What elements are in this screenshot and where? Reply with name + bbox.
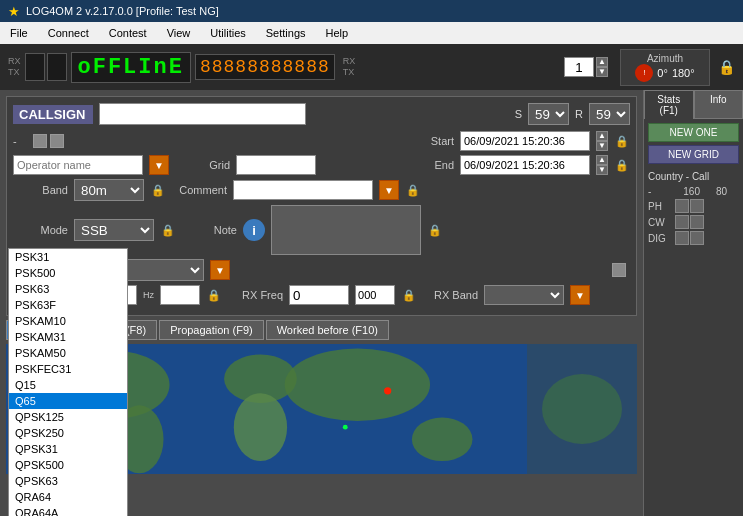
stats-cw-row: CW [648,215,739,229]
menu-file[interactable]: File [0,25,38,41]
comment-orange-btn[interactable]: ▼ [379,180,399,200]
rst-r-select[interactable]: 595857 [589,103,630,125]
right-panel-tabs: Stats (F1) Info [644,90,743,119]
menu-help[interactable]: Help [316,25,359,41]
dropdown-item-qpsk125[interactable]: QPSK125 [9,409,127,425]
rx-band-orange-btn[interactable]: ▼ [570,285,590,305]
country-call-label: Country - Call [648,171,739,182]
menu-utilities[interactable]: Utilities [200,25,255,41]
rx-freq-lock[interactable]: 🔒 [401,288,417,303]
end-datetime[interactable] [460,155,590,175]
s-label: S [515,108,522,120]
dropdown-item-psk63[interactable]: PSK63 [9,281,127,297]
spinner-input[interactable] [564,57,594,77]
new-grid-btn[interactable]: NEW GRID [648,145,739,164]
menu-connect[interactable]: Connect [38,25,99,41]
operator-row: ▼ Grid End ▲ ▼ 🔒 [13,155,630,175]
gold-lock: 🔒 [718,59,735,75]
dropdown-item-qpsk63[interactable]: QPSK63 [9,473,127,489]
country-orange-btn[interactable]: ▼ [210,260,230,280]
band-lock[interactable]: 🔒 [150,183,166,198]
stats-80: 80 [702,186,727,197]
start-label: Start [419,135,454,147]
info-icon[interactable]: i [243,219,265,241]
dropdown-item-qpsk250[interactable]: QPSK250 [9,425,127,441]
dropdown-item-qra64a[interactable]: QRA64A [9,505,127,516]
dropdown-item-pskam50[interactable]: PSKAM50 [9,345,127,361]
grid-input[interactable] [236,155,316,175]
check1[interactable] [33,134,47,148]
tab-worked[interactable]: Worked before (F10) [266,320,389,340]
start-up[interactable]: ▲ [596,131,608,141]
callsign-input[interactable] [99,103,306,125]
azimuth-title: Azimuth [647,53,683,64]
svg-point-8 [343,425,348,430]
note-lock[interactable]: 🔒 [427,223,443,238]
operator-orange-btn[interactable]: ▼ [149,155,169,175]
mode-lock[interactable]: 🔒 [160,223,176,238]
rx-band-select[interactable] [484,285,564,305]
menu-view[interactable]: View [157,25,201,41]
comment-input[interactable] [233,180,373,200]
dropdown-item-psk31[interactable]: PSK31 [9,249,127,265]
azimuth-start: 0° [657,67,668,79]
dropdown-item-qpsk31[interactable]: QPSK31 [9,441,127,457]
spinner-group: ▲ ▼ [564,57,608,77]
freq-lock[interactable]: 🔒 [206,288,222,303]
tab-info[interactable]: Info [694,90,744,119]
freq-bar: RX TX oFFLInE 88888888888 RX TX ▲ ▼ Azim… [0,44,743,90]
left-panel: CALLSIGN S 595857 R 595857 - [0,90,643,516]
rx-freq-000-input[interactable] [355,285,395,305]
dropdown-item-pskam10[interactable]: PSKAM10 [9,313,127,329]
rx-freq-input[interactable] [289,285,349,305]
azimuth-panel: Azimuth ! 0° 180° [620,49,710,86]
operator-input[interactable] [13,155,143,175]
comment-lock[interactable]: 🔒 [405,183,421,198]
note-textarea[interactable] [271,205,421,255]
spin-down[interactable]: ▼ [596,67,608,77]
led-display: oFFLInE [71,52,191,83]
tab-stats[interactable]: Stats (F1) [644,90,694,119]
rst-s-select[interactable]: 595857 [528,103,569,125]
app-title: LOG4OM 2 v.2.17.0.0 [Profile: Test NG] [26,5,219,17]
spin-up[interactable]: ▲ [596,57,608,67]
ph-boxes [675,199,704,213]
menu-contest[interactable]: Contest [99,25,157,41]
dropdown-item-qra64[interactable]: QRA64 [9,489,127,505]
note-label: Note [182,224,237,236]
band-select[interactable]: 80m40m20m [74,179,144,201]
start-datetime[interactable] [460,131,590,151]
start-down[interactable]: ▼ [596,141,608,151]
end-up[interactable]: ▲ [596,155,608,165]
check3[interactable] [612,263,626,277]
tab-propagation[interactable]: Propagation (F9) [159,320,264,340]
dropdown-item-psk63f[interactable]: PSK63F [9,297,127,313]
dropdown-item-pskfec31[interactable]: PSKFEC31 [9,361,127,377]
start-lock[interactable]: 🔒 [614,134,630,149]
dig-boxes [675,231,704,245]
dropdown-item-pskam31[interactable]: PSKAM31 [9,329,127,345]
menu-settings[interactable]: Settings [256,25,316,41]
rxtx-left-label: RX TX [8,56,21,78]
dash-row: - Start ▲ ▼ 🔒 [13,131,630,151]
stats-dash: - [648,186,673,197]
dropdown-item-q15[interactable]: Q15 [9,377,127,393]
dropdown-item-qpsk500[interactable]: QPSK500 [9,457,127,473]
end-down[interactable]: ▼ [596,165,608,175]
freq-display: 88888888888 [195,54,335,80]
mode-label: Mode [13,224,68,236]
freq-hz-input[interactable] [160,285,200,305]
svg-point-10 [542,374,622,444]
dropdown-item-psk500[interactable]: PSK500 [9,265,127,281]
end-lock[interactable]: 🔒 [614,158,630,173]
dropdown-item-q65[interactable]: Q65 [9,393,127,409]
title-bar: ★ LOG4OM 2 v.2.17.0.0 [Profile: Test NG] [0,0,743,22]
new-one-btn[interactable]: NEW ONE [648,123,739,142]
grid-label: Grid [175,159,230,171]
svg-point-2 [234,393,287,461]
svg-point-7 [384,387,391,394]
mode-select[interactable]: SSBCWRTTY [74,219,154,241]
check2[interactable] [50,134,64,148]
menu-bar: File Connect Contest View Utilities Sett… [0,22,743,44]
callsign-row: CALLSIGN S 595857 R 595857 [13,103,630,125]
